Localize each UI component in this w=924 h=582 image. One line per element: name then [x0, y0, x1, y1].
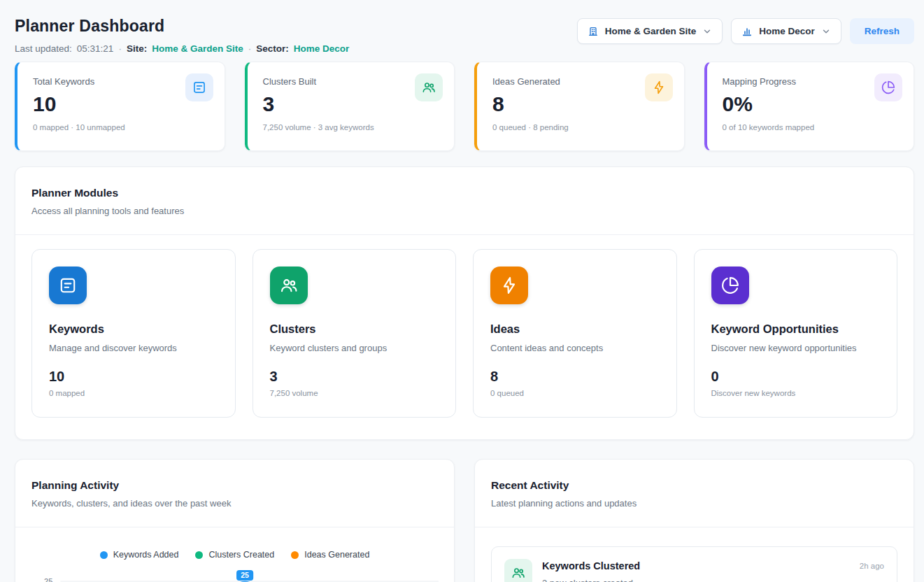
module-card-ideas[interactable]: Ideas Content ideas and concepts 8 0 que… — [473, 249, 677, 418]
module-description: Keyword clusters and groups — [270, 343, 439, 353]
meta-separator: · — [248, 43, 252, 54]
site-selector[interactable]: Home & Garden Site — [577, 18, 723, 44]
stat-card-mapping-progress: Mapping Progress 0% 0 of 10 keywords map… — [704, 62, 915, 151]
legend-label: Keywords Added — [113, 550, 179, 560]
meta-row: Last updated: 05:31:21 · Site: Home & Ga… — [15, 42, 349, 55]
chart-legend: Keywords Added Clusters Created Ideas Ge… — [15, 550, 454, 560]
legend-dot — [195, 551, 203, 559]
planning-activity-chart: 25 25 24 — [27, 567, 441, 582]
topbar: Planner Dashboard Last updated: 05:31:21… — [15, 0, 914, 55]
section-subtitle: Access all planning tools and features — [31, 206, 897, 216]
section-subtitle: Keywords, clusters, and ideas over the p… — [31, 498, 438, 509]
recent-activity-header: Recent Activity Latest planning actions … — [475, 460, 914, 527]
sector-link[interactable]: Home Decor — [294, 43, 350, 54]
users-icon — [270, 267, 308, 304]
section-title: Planner Modules — [31, 187, 897, 199]
activity-content: Keywords Clustered 3 new clusters create… — [542, 559, 640, 582]
planner-modules-panel: Planner Modules Access all planning tool… — [15, 166, 914, 440]
activity-timestamp: 2h ago — [860, 559, 884, 570]
stat-detail: 0 of 10 keywords mapped — [723, 123, 900, 132]
legend-item-keywords-added: Keywords Added — [100, 550, 179, 560]
topbar-actions: Home & Garden Site Home Decor Refresh — [577, 15, 914, 44]
lightning-icon — [490, 267, 528, 304]
recent-activity-panel: Recent Activity Latest planning actions … — [474, 459, 914, 582]
document-list-icon — [49, 267, 87, 304]
stat-value: 3 — [263, 93, 441, 115]
section-subtitle: Latest planning actions and updates — [491, 498, 897, 509]
stat-detail: 7,250 volume · 3 avg keywords — [263, 123, 441, 132]
module-title: Clusters — [270, 322, 439, 336]
stat-card-total-keywords: Total Keywords 10 0 mapped · 10 unmapped — [15, 62, 225, 151]
module-detail: 7,250 volume — [270, 389, 439, 397]
stats-row: Total Keywords 10 0 mapped · 10 unmapped… — [15, 62, 914, 151]
module-description: Content ideas and concepts — [490, 343, 660, 353]
last-updated-label: Last updated: — [15, 43, 72, 54]
lightning-icon — [645, 73, 673, 101]
stat-value: 10 — [33, 93, 211, 115]
planner-modules-header: Planner Modules Access all planning tool… — [15, 167, 914, 235]
pie-chart-icon — [874, 73, 902, 101]
module-detail: 0 mapped — [49, 389, 218, 397]
stat-label: Ideas Generated — [492, 76, 670, 87]
module-value: 3 — [270, 369, 439, 385]
module-title: Ideas — [490, 322, 660, 336]
legend-label: Ideas Generated — [304, 550, 369, 560]
chart-area: 25 25 24 — [15, 567, 454, 582]
y-axis-tick: 25 — [44, 577, 52, 582]
legend-dot — [100, 551, 108, 559]
pie-chart-icon — [711, 267, 749, 304]
stat-value: 8 — [492, 93, 670, 115]
planner-dashboard: Planner Dashboard Last updated: 05:31:21… — [0, 0, 924, 582]
module-value: 0 — [711, 369, 881, 385]
building-icon — [588, 26, 599, 37]
sector-selector-label: Home Decor — [759, 26, 815, 36]
module-description: Manage and discover keywords — [49, 343, 218, 353]
module-title: Keywords — [49, 322, 218, 336]
modules-grid: Keywords Manage and discover keywords 10… — [15, 235, 914, 439]
activity-list-item: Keywords Clustered 3 new clusters create… — [491, 546, 897, 582]
module-detail: 0 queued — [490, 389, 660, 397]
activity-description: 3 new clusters created — [542, 578, 640, 582]
last-updated-value: 05:31:21 — [77, 43, 114, 54]
planning-activity-header: Planning Activity Keywords, clusters, an… — [15, 460, 454, 527]
chevron-down-icon — [702, 27, 712, 36]
module-card-keywords[interactable]: Keywords Manage and discover keywords 10… — [31, 249, 236, 418]
activity-list: Keywords Clustered 3 new clusters create… — [475, 527, 914, 582]
users-icon — [415, 73, 443, 101]
chevron-down-icon — [821, 27, 831, 36]
legend-item-ideas-generated: Ideas Generated — [291, 550, 369, 560]
sector-selector[interactable]: Home Decor — [731, 18, 841, 44]
sector-label: Sector: — [256, 43, 289, 54]
site-label: Site: — [127, 43, 147, 54]
stat-label: Mapping Progress — [723, 76, 900, 87]
stat-card-ideas-generated: Ideas Generated 8 0 queued · 8 pending — [474, 62, 685, 151]
stat-label: Clusters Built — [263, 76, 441, 87]
site-link[interactable]: Home & Garden Site — [152, 43, 243, 54]
bottom-row: Planning Activity Keywords, clusters, an… — [15, 459, 914, 582]
stat-label: Total Keywords — [33, 76, 211, 87]
legend-label: Clusters Created — [208, 550, 274, 560]
site-selector-label: Home & Garden Site — [605, 26, 697, 36]
stat-value: 0% — [723, 93, 900, 115]
meta-separator: · — [118, 43, 122, 54]
topbar-left: Planner Dashboard Last updated: 05:31:21… — [15, 15, 349, 55]
module-value: 8 — [490, 369, 660, 385]
activity-title: Keywords Clustered — [542, 560, 640, 572]
module-detail: Discover new keywords — [711, 389, 881, 397]
stat-detail: 0 mapped · 10 unmapped — [33, 123, 211, 132]
legend-item-clusters-created: Clusters Created — [195, 550, 274, 560]
module-title: Keyword Opportunities — [711, 322, 881, 336]
users-icon — [504, 559, 532, 582]
module-card-keyword-opportunities[interactable]: Keyword Opportunities Discover new keywo… — [694, 249, 898, 418]
svg-text:25: 25 — [241, 571, 249, 579]
module-card-clusters[interactable]: Clusters Keyword clusters and groups 3 7… — [253, 249, 457, 418]
module-description: Discover new keyword opportunities — [711, 343, 881, 353]
page-title: Planner Dashboard — [15, 15, 349, 36]
stat-card-clusters-built: Clusters Built 3 7,250 volume · 3 avg ke… — [245, 62, 455, 151]
document-list-icon — [185, 73, 213, 101]
chart-point-label: 25 — [236, 570, 253, 581]
refresh-button[interactable]: Refresh — [850, 18, 914, 44]
section-title: Recent Activity — [491, 479, 897, 492]
stat-detail: 0 queued · 8 pending — [492, 123, 670, 132]
bar-chart-icon — [741, 26, 753, 37]
